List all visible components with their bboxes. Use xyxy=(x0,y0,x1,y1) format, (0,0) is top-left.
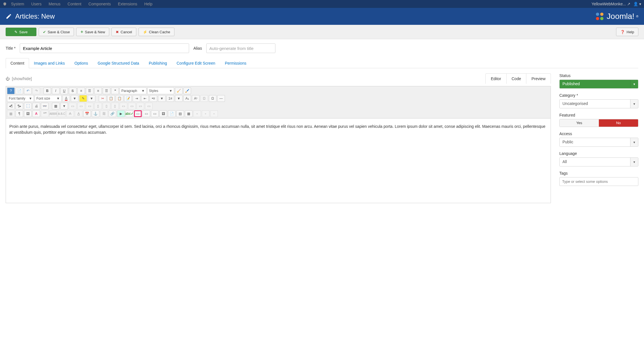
tab-images-links[interactable]: Images and Links xyxy=(29,58,70,68)
menu-components[interactable]: Components xyxy=(88,2,111,6)
subtab-editor[interactable]: Editor xyxy=(486,74,507,84)
menu-system[interactable]: System xyxy=(11,2,24,6)
tab-configure-edit[interactable]: Configure Edit Screen xyxy=(172,58,220,68)
tab-content[interactable]: Content xyxy=(6,58,29,68)
col-before-icon[interactable]: ▯ xyxy=(94,103,102,109)
del-icon[interactable]: A xyxy=(66,110,74,117)
tab-permissions[interactable]: Permissions xyxy=(220,58,251,68)
col-del-icon[interactable]: ▯ xyxy=(111,103,119,109)
backcolor-dd-icon[interactable]: ▼ xyxy=(88,95,95,102)
status-select[interactable]: Published▼ xyxy=(559,80,638,89)
date-icon[interactable]: 📅 xyxy=(83,110,91,117)
save-button[interactable]: ✎ Save xyxy=(6,28,36,36)
subtab-preview[interactable]: Preview xyxy=(526,74,551,84)
strike-icon[interactable]: S xyxy=(69,87,76,94)
textcolor-icon[interactable]: A xyxy=(32,110,40,117)
numlist-dd-icon[interactable]: ▼ xyxy=(175,95,183,102)
spellcheck-icon[interactable]: abc✓ xyxy=(126,110,133,117)
abbr-icon[interactable]: ABBR xyxy=(49,110,57,117)
bullist-dd-icon[interactable]: ▼ xyxy=(158,95,166,102)
title-input[interactable] xyxy=(20,43,189,53)
help-button[interactable]: ❓ Help xyxy=(616,28,638,36)
ltr-icon[interactable]: ◂¶ xyxy=(7,103,15,109)
category-select[interactable]: Uncategorised▼ xyxy=(559,99,638,108)
para-icon[interactable]: ¶ xyxy=(16,110,23,117)
anchor-icon[interactable]: ⚓ xyxy=(92,110,99,117)
menu-menus[interactable]: Menus xyxy=(49,2,60,6)
rtl-icon[interactable]: ¶▸ xyxy=(16,103,23,109)
menu-help[interactable]: Help xyxy=(144,2,152,6)
sub-icon[interactable]: A₁ xyxy=(183,95,191,102)
tab-publishing[interactable]: Publishing xyxy=(144,58,172,68)
table-dd-icon[interactable]: ▼ xyxy=(60,103,68,109)
brush-icon[interactable]: 🖌️ xyxy=(183,87,191,94)
featured-toggle[interactable]: Yes No xyxy=(559,119,638,127)
access-select[interactable]: Public▼ xyxy=(559,138,638,147)
btn-b-icon[interactable]: ▫ xyxy=(202,110,209,117)
quote-icon[interactable]: ❝❞ xyxy=(41,110,49,117)
search-icon[interactable]: 👓 xyxy=(41,103,49,109)
align-justify-icon[interactable]: ☰ xyxy=(103,87,110,94)
fullscreen-icon[interactable]: ⛶ xyxy=(24,103,32,109)
menu-users[interactable]: Users xyxy=(31,2,42,6)
blockquote-icon[interactable]: ❝ xyxy=(111,87,119,94)
merge-icon[interactable]: ▭ xyxy=(120,103,127,109)
paste-icon[interactable]: 📋 xyxy=(116,95,123,102)
copy-icon[interactable]: 📋 xyxy=(107,95,115,102)
pagebreak-icon[interactable]: ▭ xyxy=(151,110,159,117)
abc-icon[interactable]: A.B.C xyxy=(58,110,65,117)
power-icon[interactable]: ⏻ xyxy=(6,76,10,81)
align-right-icon[interactable]: ≡ xyxy=(94,87,102,94)
ins-icon[interactable]: A xyxy=(75,110,82,117)
underline-icon[interactable]: U xyxy=(60,87,68,94)
bullist-icon[interactable]: •≡ xyxy=(150,95,157,102)
eraser-icon[interactable]: 🧹 xyxy=(175,87,183,94)
italic-icon[interactable]: I xyxy=(52,87,60,94)
showhide-toggle[interactable]: [show/hide] xyxy=(12,76,32,81)
row-after-icon[interactable]: ▭ xyxy=(77,103,85,109)
image2-icon[interactable]: 🖼 xyxy=(24,110,32,117)
undo-icon[interactable]: ↶ xyxy=(24,87,32,94)
newdoc-icon[interactable]: 📄 xyxy=(16,87,23,94)
editor-content-area[interactable]: Proin ante purus, malesuada vel consecte… xyxy=(6,118,551,203)
align-center-icon[interactable]: ☰ xyxy=(86,87,93,94)
menu-extensions[interactable]: Extensions xyxy=(118,2,137,6)
module-icon[interactable]: ▦ xyxy=(185,110,192,117)
outdent-icon[interactable]: ⇤ xyxy=(141,95,149,102)
bold-icon[interactable]: B xyxy=(43,87,51,94)
print-icon[interactable]: 🖨 xyxy=(32,103,40,109)
indent-icon[interactable]: ⇥ xyxy=(133,95,140,102)
unlink-icon[interactable]: ⛓ xyxy=(100,110,108,117)
backcolor-icon[interactable]: ✎ xyxy=(79,95,87,102)
clean-cache-button[interactable]: ⚡ Clean Cache xyxy=(139,28,174,36)
readmore-icon[interactable]: ▭ xyxy=(143,110,150,117)
tbl-props-icon[interactable]: ▭ xyxy=(145,103,153,109)
alias-input[interactable] xyxy=(206,43,275,53)
image3-icon[interactable]: 🖼 xyxy=(159,110,167,117)
redo-icon[interactable]: ↷ xyxy=(32,87,40,94)
styles-select[interactable]: Styles ▼ xyxy=(147,87,174,94)
forecolor-icon[interactable]: A xyxy=(62,95,70,102)
table-icon[interactable]: ▦ xyxy=(52,103,60,109)
tags-input[interactable] xyxy=(559,177,638,186)
help-icon[interactable]: ? xyxy=(7,87,15,94)
cut-icon[interactable]: ✂ xyxy=(99,95,106,102)
tab-google-structured[interactable]: Google Structured Data xyxy=(93,58,144,68)
fontfamily-select[interactable]: Font family ▼ xyxy=(7,95,34,102)
link-icon[interactable]: 🔗 xyxy=(109,110,116,117)
hr-insert-icon[interactable]: ▭ xyxy=(134,110,142,117)
forecolor-dd-icon[interactable]: ▼ xyxy=(71,95,78,102)
format-select[interactable]: Paragraph ▼ xyxy=(120,87,146,94)
btn-c-icon[interactable]: ▫ xyxy=(210,110,218,117)
language-select[interactable]: All▼ xyxy=(559,157,638,166)
paste-text-icon[interactable]: 📝 xyxy=(124,95,132,102)
joomla-icon[interactable] xyxy=(3,2,7,6)
template-icon[interactable]: ▤ xyxy=(176,110,184,117)
file-icon[interactable]: 📄 xyxy=(168,110,176,117)
save-new-button[interactable]: + Save & New xyxy=(76,28,109,36)
user-menu-icon[interactable]: 👤 ▾ xyxy=(633,2,641,6)
row-before-icon[interactable]: ▭ xyxy=(69,103,76,109)
hr-icon[interactable]: — xyxy=(217,95,225,102)
numlist-icon[interactable]: 1≡ xyxy=(167,95,174,102)
btn-a-icon[interactable]: ▫ xyxy=(193,110,201,117)
